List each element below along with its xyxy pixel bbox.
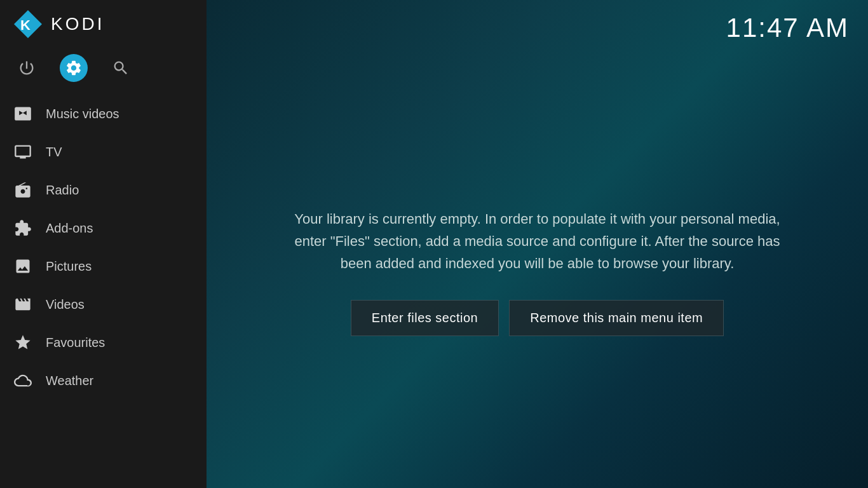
pictures-icon	[13, 256, 33, 276]
sidebar-item-pictures[interactable]: Pictures	[0, 247, 207, 285]
sidebar-icon-bar	[0, 48, 207, 95]
sidebar-item-label: Radio	[46, 183, 79, 198]
sidebar-item-label: Music videos	[46, 107, 119, 121]
sidebar-item-addons[interactable]: Add-ons	[0, 209, 207, 247]
message-box: Your library is currently empty. In orde…	[283, 208, 792, 337]
search-button[interactable]	[107, 54, 135, 82]
sidebar-item-videos[interactable]: Videos	[0, 285, 207, 323]
tv-icon	[13, 142, 33, 162]
app-name: KODI	[51, 14, 104, 34]
enter-files-button[interactable]: Enter files section	[351, 300, 499, 336]
kodi-logo: K	[13, 9, 43, 39]
music-video-icon	[13, 104, 33, 124]
addons-icon	[13, 218, 33, 238]
clock: 11:47 AM	[726, 13, 849, 43]
sidebar-item-weather[interactable]: Weather	[0, 362, 207, 400]
sidebar-item-radio[interactable]: Radio	[0, 171, 207, 209]
sidebar-item-label: Pictures	[46, 259, 92, 274]
library-empty-message: Your library is currently empty. In orde…	[283, 208, 792, 275]
sidebar-item-label: Add-ons	[46, 221, 93, 236]
radio-icon	[13, 180, 33, 200]
action-buttons: Enter files section Remove this main men…	[283, 300, 792, 336]
svg-text:K: K	[20, 17, 31, 33]
power-button[interactable]	[13, 54, 41, 82]
sidebar-nav: Music videos TV Radio	[0, 95, 207, 488]
main-content: 11:47 AM Your library is currently empty…	[207, 0, 868, 488]
sidebar-item-tv[interactable]: TV	[0, 133, 207, 171]
sidebar: K KODI	[0, 0, 207, 488]
sidebar-item-label: TV	[46, 145, 62, 159]
remove-menu-item-button[interactable]: Remove this main menu item	[509, 300, 724, 336]
videos-icon	[13, 294, 33, 315]
sidebar-item-label: Videos	[46, 297, 85, 312]
favourites-icon	[13, 332, 33, 353]
top-bar: 11:47 AM	[207, 0, 868, 56]
weather-icon	[13, 370, 33, 391]
app-header: K KODI	[0, 0, 207, 48]
sidebar-item-music-videos[interactable]: Music videos	[0, 95, 207, 133]
sidebar-item-favourites[interactable]: Favourites	[0, 323, 207, 362]
sidebar-item-label: Favourites	[46, 336, 105, 350]
settings-button[interactable]	[60, 54, 88, 82]
content-area: Your library is currently empty. In orde…	[207, 56, 868, 488]
sidebar-item-label: Weather	[46, 374, 93, 388]
